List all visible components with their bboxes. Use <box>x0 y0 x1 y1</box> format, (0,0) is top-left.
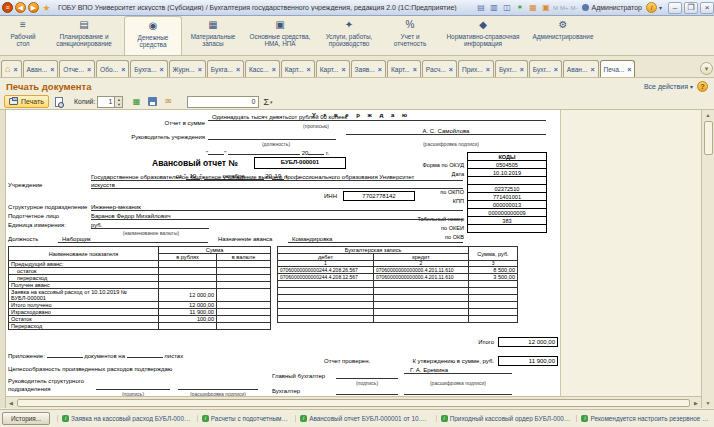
section-money[interactable]: ◉ Денежные средства <box>124 16 182 55</box>
main-menu-button[interactable]: ≡ <box>2 2 13 13</box>
section-administration[interactable]: ⚙ Администрирование <box>528 16 598 55</box>
favorites-star-icon[interactable]: ★ <box>41 2 52 13</box>
doc-tab[interactable]: Бухга...× <box>207 60 244 77</box>
calculator-icon[interactable]: ▦ <box>527 2 539 14</box>
tab-close-icon[interactable]: × <box>307 66 311 73</box>
status-link[interactable]: iРекомендуется настроить резервное копир… <box>576 415 709 422</box>
current-user[interactable]: Администратор <box>582 4 642 11</box>
tab-close-icon[interactable]: × <box>87 66 91 73</box>
doc-tab[interactable]: Карт...× <box>281 60 315 77</box>
tab-close-icon[interactable]: × <box>236 66 240 73</box>
doc-tab[interactable]: Расч...× <box>422 60 457 77</box>
doc-tab[interactable]: Аван...× <box>563 60 599 77</box>
scroll-right-icon[interactable]: ▶ <box>691 400 701 406</box>
tab-close-icon[interactable]: × <box>627 66 631 73</box>
spreadsheet-document[interactable]: У т в е р ж д а ю Отчет в сумме Одиннадц… <box>6 110 560 396</box>
info-button[interactable]: i <box>646 2 657 13</box>
tab-close-icon[interactable]: × <box>272 66 276 73</box>
doc-tab[interactable]: Касс...× <box>245 60 280 77</box>
info-icon: i <box>300 415 307 422</box>
copies-stepper[interactable]: 1 ▲▼ <box>97 96 123 108</box>
tab-desktop[interactable]: ⌂ × <box>1 60 22 77</box>
scroll-up-icon[interactable]: ▲ <box>703 110 714 120</box>
memory-m-button[interactable]: M <box>553 5 558 11</box>
planning-icon: ▤ <box>79 19 88 33</box>
doc-tab[interactable]: Обо...× <box>96 60 129 77</box>
tab-close-icon[interactable]: × <box>486 66 490 73</box>
restore-button[interactable]: ❐ <box>684 2 698 14</box>
doc-tab[interactable]: Отче...× <box>59 60 95 77</box>
doc-tab[interactable]: Карт...× <box>387 60 421 77</box>
scroll-left-icon[interactable]: ◀ <box>6 400 16 406</box>
tab-close-icon[interactable]: × <box>590 66 594 73</box>
doc-tab[interactable]: Бухга...× <box>130 60 167 77</box>
history-button[interactable]: История... <box>2 412 50 425</box>
tab-close-icon[interactable]: × <box>13 66 17 73</box>
doc-tab[interactable]: Бухг...× <box>495 60 528 77</box>
tab-close-icon[interactable]: × <box>378 66 382 73</box>
tab-close-icon[interactable]: × <box>413 66 417 73</box>
tab-close-icon[interactable]: × <box>121 66 125 73</box>
section-services[interactable]: ✦ Услуги, работы, производство <box>316 16 382 55</box>
section-reference[interactable]: ◆ Нормативно-справочная информация <box>438 16 528 55</box>
tab-close-icon[interactable]: × <box>198 66 202 73</box>
tab-close-icon[interactable]: × <box>159 66 163 73</box>
save-icon[interactable]: ▤ <box>475 2 487 14</box>
department-value: Инженер-механик <box>91 204 463 211</box>
horizontal-scrollbar[interactable]: ◀ ▶ <box>6 396 701 408</box>
doc-tab[interactable]: Бухг...× <box>529 60 562 77</box>
title-bar: ≡ ◀ ▶ ★ ГОБУ ВПО Университет искусств (С… <box>0 0 714 16</box>
all-actions-button[interactable]: Все действия <box>644 83 688 90</box>
forward-button[interactable]: ▶ <box>28 2 39 13</box>
scroll-down-icon[interactable]: ▼ <box>703 398 714 408</box>
autosum-button[interactable]: Σ <box>263 97 269 107</box>
section-accounting[interactable]: % Учет и отчетность <box>382 16 438 55</box>
save-button[interactable] <box>145 95 159 108</box>
doc-tab[interactable]: Прих...× <box>458 60 494 77</box>
status-link[interactable]: iРасчеты с подотчетным лицом <box>197 415 289 422</box>
preview-icon[interactable]: ◫ <box>501 2 513 14</box>
memory-mminus-button[interactable]: M- <box>570 5 577 11</box>
back-button[interactable]: ◀ <box>15 2 26 13</box>
section-desktop[interactable]: ≡ Рабочий стол <box>2 16 44 55</box>
vertical-scrollbar[interactable]: ▲ ▼ <box>701 110 714 408</box>
cell-value-field[interactable]: 0 <box>187 96 259 108</box>
section-materials[interactable]: ▦ Материальные запасы <box>182 16 244 55</box>
codes-header: КОДЫ <box>468 153 547 161</box>
section-planning[interactable]: ▤ Планирование и санкционирование <box>44 16 124 55</box>
calendar-icon[interactable]: ▣ <box>540 2 552 14</box>
status-link-label: Рекомендуется настроить резервное копиро… <box>590 415 709 422</box>
doc-tab-active[interactable]: Печа...× <box>600 60 636 77</box>
minimize-button[interactable]: – <box>668 2 682 14</box>
vertical-scroll-thumb[interactable] <box>704 121 713 155</box>
tab-label: Аван... <box>567 66 588 73</box>
section-fixed-assets[interactable]: ▣ Основные средства, НМА, НПА <box>244 16 316 55</box>
horizontal-scroll-thumb[interactable] <box>17 399 690 407</box>
tab-close-icon[interactable]: × <box>520 66 524 73</box>
status-link[interactable]: iПриходный кассовый ордер БУБЛ-000001 от… <box>436 415 571 422</box>
status-link[interactable]: iЗаявка на кассовый расход БУБЛ-000001 о… <box>57 415 191 422</box>
doc-tab[interactable]: Журн...× <box>169 60 206 77</box>
send-mail-button[interactable]: ✉ <box>161 95 175 108</box>
stepper-arrows[interactable]: ▲▼ <box>114 97 122 107</box>
tab-close-icon[interactable]: × <box>554 66 558 73</box>
doc-tab[interactable]: Аван...× <box>23 60 59 77</box>
doc-tab[interactable]: Заяв...× <box>351 60 386 77</box>
print-button[interactable]: Печать <box>4 95 49 108</box>
add-favorite-icon[interactable]: ✶ <box>514 2 526 14</box>
preview-button[interactable] <box>52 95 66 108</box>
doc-tab[interactable]: Карт...× <box>316 60 350 77</box>
down-arrow-icon[interactable]: ▼ <box>115 102 122 107</box>
help-button[interactable]: ? <box>697 81 708 92</box>
close-button[interactable]: × <box>700 2 714 14</box>
print-icon[interactable]: ▥ <box>488 2 500 14</box>
info-icon: i <box>441 415 448 422</box>
status-link[interactable]: iАвансовый отчет БУБЛ-000001 от 10.10.20… <box>295 415 430 422</box>
tab-overflow-button[interactable]: ▾ <box>700 62 713 75</box>
tab-close-icon[interactable]: × <box>50 66 54 73</box>
tab-close-icon[interactable]: × <box>341 66 345 73</box>
memory-mplus-button[interactable]: M+ <box>560 5 569 11</box>
page-layout-button[interactable]: ▦ <box>129 95 143 108</box>
tab-close-icon[interactable]: × <box>449 66 453 73</box>
institution-line1: Государственное образовательное бюджетно… <box>91 174 463 181</box>
